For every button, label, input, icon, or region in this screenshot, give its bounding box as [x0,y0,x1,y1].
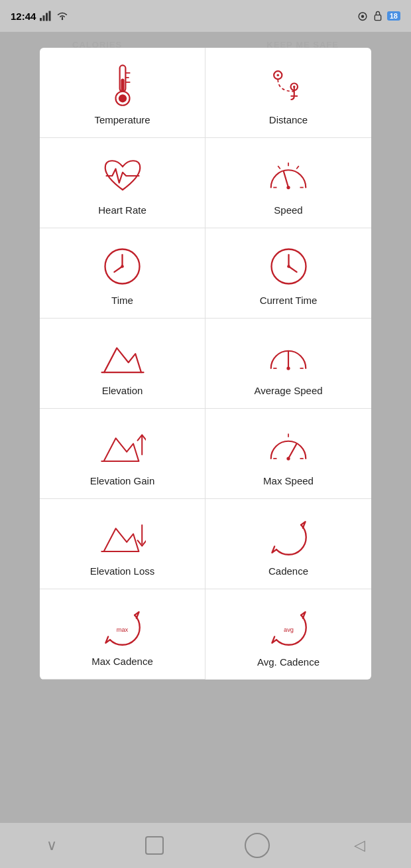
heart-rate-icon [99,153,146,199]
status-left: 12:44 [11,11,69,22]
svg-point-29 [121,265,124,268]
svg-text:avg: avg [284,626,294,633]
elevation-gain-cell[interactable]: Elevation Gain [40,409,206,499]
max-cadence-icon: max [99,604,146,650]
svg-text:max: max [117,626,129,633]
nav-back-btn[interactable]: ◁ [343,829,377,862]
svg-rect-7 [375,15,381,21]
time-label: Time [111,295,133,306]
chevron-down-icon: ∨ [46,837,57,854]
svg-line-19 [284,172,288,188]
wifi-icon [56,11,69,21]
thermometer-icon [99,62,146,109]
svg-point-6 [361,15,364,18]
speed-cell[interactable]: Speed [206,138,371,228]
max-speed-cell[interactable]: Max Speed [206,409,371,499]
avg-cadence-cell[interactable]: avg Avg. Cadence [206,589,371,680]
svg-point-42 [286,457,290,460]
svg-line-24 [278,166,280,169]
svg-point-16 [277,74,280,77]
distance-label: Distance [269,114,308,125]
svg-point-36 [286,366,290,370]
temperature-cell[interactable]: Temperature [40,48,206,138]
speed-icon [265,153,312,199]
elevation-loss-icon [99,514,146,560]
average-speed-cell[interactable]: Average Speed [206,319,371,409]
max-speed-label: Max Speed [263,475,314,486]
temperature-label: Temperature [94,114,150,125]
nav-square-btn[interactable] [138,829,171,862]
speed-label: Speed [274,204,302,216]
svg-rect-1 [43,15,45,21]
svg-rect-0 [40,18,42,21]
elevation-gain-icon [99,423,146,470]
battery-level: 18 [387,11,400,21]
signal-icon [40,11,52,21]
nav-home-btn[interactable] [241,829,274,862]
svg-rect-9 [121,79,124,92]
current-time-icon [265,243,312,289]
bottom-nav: ∨ ◁ [0,823,411,868]
cadence-label: Cadence [268,565,308,577]
avg-cadence-label: Avg. Cadence [257,656,320,668]
svg-point-18 [293,86,296,88]
max-cadence-cell[interactable]: max Max Cadence [40,589,206,680]
metric-grid: Temperature Distance [40,48,371,680]
distance-cell[interactable]: Distance [206,48,371,138]
square-icon [145,836,164,855]
back-icon: ◁ [354,837,365,854]
average-speed-label: Average Speed [254,385,322,396]
current-time-label: Current Time [260,295,318,306]
max-speed-icon [265,423,312,470]
svg-rect-2 [46,13,48,21]
elevation-label: Elevation [102,385,143,396]
current-time-cell[interactable]: Current Time [206,228,371,319]
elevation-loss-label: Elevation Loss [90,565,155,577]
svg-point-11 [118,94,126,102]
elevation-icon [99,333,146,380]
svg-point-33 [287,265,290,268]
metric-picker-modal: Temperature Distance [40,48,371,680]
heart-rate-label: Heart Rate [98,204,147,216]
svg-point-4 [62,19,64,21]
svg-point-20 [286,186,290,189]
status-bar: 12:44 18 [0,0,411,32]
circle-icon [245,833,270,858]
svg-line-41 [288,444,296,459]
average-speed-icon [265,333,312,380]
time-icon [99,243,146,289]
camera-icon [357,11,369,21]
lock-icon [373,11,383,21]
elevation-loss-cell[interactable]: Elevation Loss [40,499,206,589]
distance-icon [265,62,312,109]
time-cell[interactable]: Time [40,228,206,319]
svg-line-25 [296,166,299,169]
nav-chevron-btn[interactable]: ∨ [35,829,68,862]
elevation-cell[interactable]: Elevation [40,319,206,409]
heart-rate-cell[interactable]: Heart Rate [40,138,206,228]
elevation-gain-label: Elevation Gain [90,475,155,486]
cadence-icon [265,514,312,560]
avg-cadence-icon: avg [265,605,312,651]
max-cadence-label: Max Cadence [91,656,153,667]
status-right: 18 [357,11,400,21]
time-display: 12:44 [11,11,36,22]
svg-rect-3 [49,11,51,21]
cadence-cell[interactable]: Cadence [206,499,371,589]
